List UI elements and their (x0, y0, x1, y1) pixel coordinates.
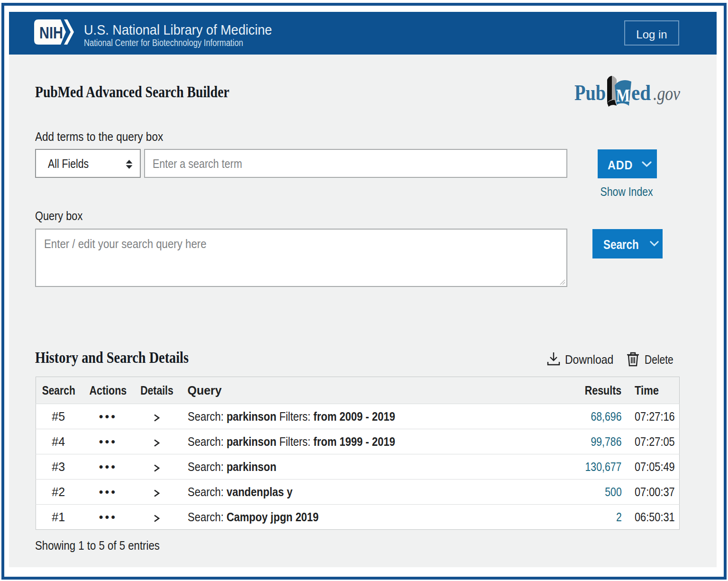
svg-text:NIH: NIH (39, 23, 63, 42)
svg-text:ed: ed (631, 81, 651, 105)
svg-text:M: M (616, 85, 630, 105)
svg-text:Pub: Pub (574, 81, 606, 105)
svg-text:.gov: .gov (653, 83, 681, 104)
